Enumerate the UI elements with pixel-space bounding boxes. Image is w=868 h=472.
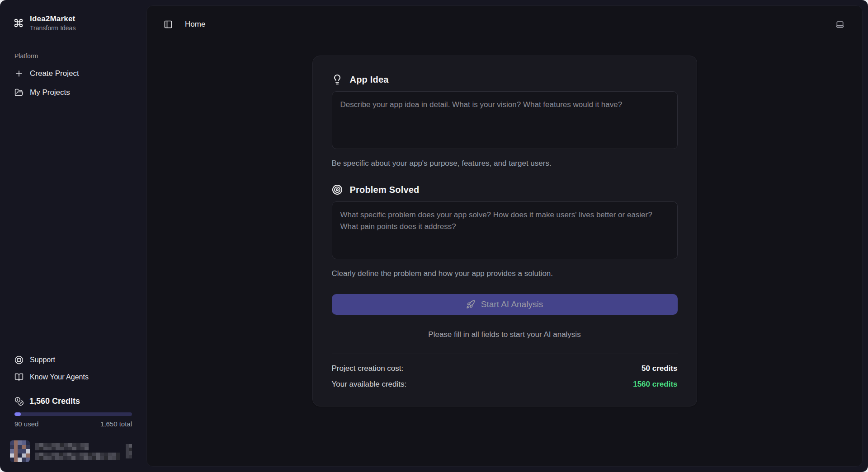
- plus-icon: [14, 69, 24, 78]
- sidebar-item-know-your-agents[interactable]: Know Your Agents: [9, 369, 137, 386]
- laptop-icon: [835, 20, 844, 29]
- sidebar-item-label: Support: [30, 356, 55, 364]
- project-cost-row: Project creation cost: 50 credits: [332, 364, 678, 373]
- sidebar-toggle-button[interactable]: [161, 18, 175, 31]
- credits-progress-bar: [14, 412, 132, 416]
- sidebar-item-label: My Projects: [30, 88, 70, 97]
- sidebar: Idea2Market Transform Ideas Platform Cre…: [0, 0, 146, 472]
- breadcrumb: Home: [185, 20, 205, 29]
- user-avatar: [10, 440, 30, 462]
- available-credits-label: Your available credits:: [332, 380, 407, 389]
- user-identity-redacted: [35, 443, 120, 460]
- project-cost-value: 50 credits: [642, 364, 677, 373]
- panel-left-icon: [164, 20, 173, 29]
- app-brand[interactable]: Idea2Market Transform Ideas: [9, 12, 137, 34]
- sidebar-section-label: Platform: [14, 52, 137, 60]
- credits-summary: 1,560 Credits 90 used 1,650 total: [9, 386, 137, 428]
- device-preview-button[interactable]: [833, 18, 847, 31]
- target-icon: [332, 184, 343, 195]
- topbar: Home: [147, 6, 862, 36]
- app-brand-text: Idea2Market Transform Ideas: [30, 14, 75, 32]
- sidebar-item-my-projects[interactable]: My Projects: [9, 83, 137, 102]
- validation-note: Please fill in all fields to start your …: [332, 330, 678, 339]
- project-cost-label: Project creation cost:: [332, 364, 404, 373]
- start-ai-analysis-label: Start AI Analysis: [481, 299, 543, 309]
- problem-solved-helper-text: Clearly define the problem and how your …: [332, 269, 678, 278]
- cost-divider: [332, 354, 678, 354]
- credits-progress-fill: [14, 412, 21, 416]
- sidebar-item-create-project[interactable]: Create Project: [9, 64, 137, 83]
- problem-solved-section-title: Problem Solved: [350, 185, 420, 195]
- sidebar-nav: Create Project My Projects: [9, 64, 137, 102]
- start-ai-analysis-button[interactable]: Start AI Analysis: [332, 294, 678, 315]
- user-name-redacted: [35, 443, 89, 450]
- credits-balance-label: 1,560 Credits: [29, 397, 80, 406]
- project-form-card: App Idea Be specific about your app's pu…: [312, 56, 697, 407]
- app-window: Idea2Market Transform Ideas Platform Cre…: [0, 0, 868, 472]
- cost-summary: Project creation cost: 50 credits Your a…: [332, 364, 678, 389]
- app-idea-textarea[interactable]: [332, 91, 678, 149]
- command-icon: [14, 18, 24, 28]
- app-idea-section-header: App Idea: [332, 74, 678, 85]
- credits-used-label: 90 used: [14, 420, 38, 428]
- app-title: Idea2Market: [30, 14, 75, 23]
- app-idea-section-title: App Idea: [350, 75, 389, 85]
- main-panel: Home App Idea Be specific about your app…: [146, 5, 863, 467]
- available-credits-value: 1560 credits: [633, 380, 677, 389]
- user-menu-caret-redacted: [126, 444, 132, 458]
- rocket-icon: [466, 300, 475, 309]
- app-idea-helper-text: Be specific about your app's purpose, fe…: [332, 159, 678, 168]
- sidebar-item-label: Create Project: [30, 69, 79, 78]
- user-account-button[interactable]: [9, 438, 137, 465]
- folder-open-icon: [14, 88, 24, 97]
- sidebar-footer: Support Know Your Agents 1,560 Credits: [9, 351, 137, 465]
- sidebar-item-support[interactable]: Support: [9, 351, 137, 369]
- problem-solved-section-header: Problem Solved: [332, 184, 678, 195]
- sidebar-item-label: Know Your Agents: [30, 373, 89, 381]
- credits-total-label: 1,650 total: [100, 420, 132, 428]
- life-buoy-icon: [14, 355, 24, 365]
- problem-solved-textarea[interactable]: [332, 201, 678, 259]
- available-credits-row: Your available credits: 1560 credits: [332, 380, 678, 389]
- coins-icon: [14, 397, 24, 406]
- app-subtitle: Transform Ideas: [30, 24, 75, 32]
- user-email-redacted: [35, 453, 120, 460]
- lightbulb-icon: [332, 74, 343, 85]
- book-open-icon: [14, 373, 24, 382]
